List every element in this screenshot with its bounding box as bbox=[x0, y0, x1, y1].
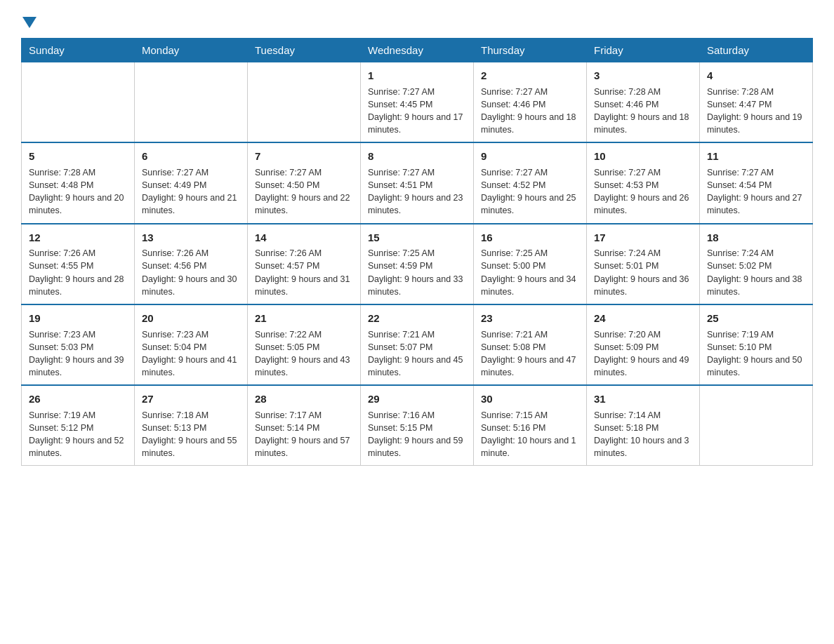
day-number: 23 bbox=[481, 311, 579, 326]
day-number: 26 bbox=[29, 391, 127, 407]
calendar-cell: 5Sunrise: 7:28 AM Sunset: 4:48 PM Daylig… bbox=[22, 142, 135, 223]
calendar-cell bbox=[248, 62, 361, 143]
day-info: Sunrise: 7:27 AM Sunset: 4:51 PM Dayligh… bbox=[368, 166, 466, 217]
calendar-cell: 14Sunrise: 7:26 AM Sunset: 4:57 PM Dayli… bbox=[248, 224, 361, 304]
day-number: 9 bbox=[481, 149, 579, 164]
calendar-cell: 29Sunrise: 7:16 AM Sunset: 5:15 PM Dayli… bbox=[361, 385, 474, 466]
day-number: 4 bbox=[707, 68, 805, 83]
day-number: 11 bbox=[707, 149, 805, 164]
day-number: 13 bbox=[142, 230, 240, 246]
calendar-cell: 24Sunrise: 7:20 AM Sunset: 5:09 PM Dayli… bbox=[587, 304, 700, 385]
day-info: Sunrise: 7:27 AM Sunset: 4:49 PM Dayligh… bbox=[142, 166, 240, 217]
calendar-cell: 30Sunrise: 7:15 AM Sunset: 5:16 PM Dayli… bbox=[474, 385, 587, 466]
day-info: Sunrise: 7:24 AM Sunset: 5:01 PM Dayligh… bbox=[594, 247, 692, 298]
calendar-cell: 27Sunrise: 7:18 AM Sunset: 5:13 PM Dayli… bbox=[135, 385, 248, 466]
day-number: 29 bbox=[368, 391, 466, 407]
day-number: 12 bbox=[29, 230, 127, 246]
day-info: Sunrise: 7:25 AM Sunset: 4:59 PM Dayligh… bbox=[368, 247, 466, 298]
calendar-cell: 21Sunrise: 7:22 AM Sunset: 5:05 PM Dayli… bbox=[248, 304, 361, 385]
day-info: Sunrise: 7:19 AM Sunset: 5:10 PM Dayligh… bbox=[707, 328, 805, 380]
calendar-cell: 28Sunrise: 7:17 AM Sunset: 5:14 PM Dayli… bbox=[248, 385, 361, 466]
day-number: 28 bbox=[255, 391, 353, 407]
day-info: Sunrise: 7:24 AM Sunset: 5:02 PM Dayligh… bbox=[707, 247, 805, 298]
day-number: 7 bbox=[255, 149, 353, 164]
day-info: Sunrise: 7:19 AM Sunset: 5:12 PM Dayligh… bbox=[29, 409, 127, 460]
calendar-cell: 31Sunrise: 7:14 AM Sunset: 5:18 PM Dayli… bbox=[587, 385, 700, 466]
day-info: Sunrise: 7:27 AM Sunset: 4:50 PM Dayligh… bbox=[255, 166, 353, 217]
day-number: 3 bbox=[594, 68, 692, 83]
week-row-5: 26Sunrise: 7:19 AM Sunset: 5:12 PM Dayli… bbox=[22, 385, 813, 466]
day-number: 16 bbox=[481, 230, 579, 246]
calendar-cell: 15Sunrise: 7:25 AM Sunset: 4:59 PM Dayli… bbox=[361, 224, 474, 304]
days-header-row: SundayMondayTuesdayWednesdayThursdayFrid… bbox=[22, 39, 813, 62]
calendar-cell: 17Sunrise: 7:24 AM Sunset: 5:01 PM Dayli… bbox=[587, 224, 700, 304]
day-number: 19 bbox=[29, 311, 127, 326]
day-header-friday: Friday bbox=[587, 39, 700, 62]
day-info: Sunrise: 7:26 AM Sunset: 4:57 PM Dayligh… bbox=[255, 247, 353, 298]
calendar-cell: 3Sunrise: 7:28 AM Sunset: 4:46 PM Daylig… bbox=[587, 62, 700, 143]
calendar-cell: 23Sunrise: 7:21 AM Sunset: 5:08 PM Dayli… bbox=[474, 304, 587, 385]
day-info: Sunrise: 7:28 AM Sunset: 4:48 PM Dayligh… bbox=[29, 166, 127, 217]
day-info: Sunrise: 7:27 AM Sunset: 4:54 PM Dayligh… bbox=[707, 166, 805, 217]
calendar-cell: 19Sunrise: 7:23 AM Sunset: 5:03 PM Dayli… bbox=[22, 304, 135, 385]
day-number: 22 bbox=[368, 311, 466, 326]
calendar-cell: 4Sunrise: 7:28 AM Sunset: 4:47 PM Daylig… bbox=[700, 62, 813, 143]
day-info: Sunrise: 7:27 AM Sunset: 4:45 PM Dayligh… bbox=[368, 86, 466, 137]
calendar-cell: 16Sunrise: 7:25 AM Sunset: 5:00 PM Dayli… bbox=[474, 224, 587, 304]
calendar-cell: 2Sunrise: 7:27 AM Sunset: 4:46 PM Daylig… bbox=[474, 62, 587, 143]
calendar-cell bbox=[135, 62, 248, 143]
calendar-cell: 25Sunrise: 7:19 AM Sunset: 5:10 PM Dayli… bbox=[700, 304, 813, 385]
day-info: Sunrise: 7:25 AM Sunset: 5:00 PM Dayligh… bbox=[481, 247, 579, 298]
day-info: Sunrise: 7:28 AM Sunset: 4:47 PM Dayligh… bbox=[707, 86, 805, 137]
calendar-cell: 20Sunrise: 7:23 AM Sunset: 5:04 PM Dayli… bbox=[135, 304, 248, 385]
day-info: Sunrise: 7:20 AM Sunset: 5:09 PM Dayligh… bbox=[594, 328, 692, 380]
day-info: Sunrise: 7:21 AM Sunset: 5:08 PM Dayligh… bbox=[481, 328, 579, 380]
day-number: 14 bbox=[255, 230, 353, 246]
day-info: Sunrise: 7:26 AM Sunset: 4:56 PM Dayligh… bbox=[142, 247, 240, 298]
week-row-4: 19Sunrise: 7:23 AM Sunset: 5:03 PM Dayli… bbox=[22, 304, 813, 385]
page-header bbox=[21, 14, 813, 25]
day-info: Sunrise: 7:21 AM Sunset: 5:07 PM Dayligh… bbox=[368, 328, 466, 380]
calendar-table: SundayMondayTuesdayWednesdayThursdayFrid… bbox=[21, 38, 813, 466]
day-info: Sunrise: 7:22 AM Sunset: 5:05 PM Dayligh… bbox=[255, 328, 353, 380]
day-number: 31 bbox=[594, 391, 692, 407]
day-info: Sunrise: 7:14 AM Sunset: 5:18 PM Dayligh… bbox=[594, 409, 692, 460]
week-row-1: 1Sunrise: 7:27 AM Sunset: 4:45 PM Daylig… bbox=[22, 62, 813, 143]
day-number: 10 bbox=[594, 149, 692, 164]
day-header-saturday: Saturday bbox=[700, 39, 813, 62]
day-header-tuesday: Tuesday bbox=[248, 39, 361, 62]
day-header-thursday: Thursday bbox=[474, 39, 587, 62]
logo bbox=[21, 14, 37, 25]
day-number: 21 bbox=[255, 311, 353, 326]
day-number: 25 bbox=[707, 311, 805, 326]
day-header-sunday: Sunday bbox=[22, 39, 135, 62]
day-number: 24 bbox=[594, 311, 692, 326]
day-info: Sunrise: 7:27 AM Sunset: 4:46 PM Dayligh… bbox=[481, 86, 579, 137]
day-info: Sunrise: 7:27 AM Sunset: 4:52 PM Dayligh… bbox=[481, 166, 579, 217]
day-info: Sunrise: 7:16 AM Sunset: 5:15 PM Dayligh… bbox=[368, 409, 466, 460]
day-number: 15 bbox=[368, 230, 466, 246]
day-info: Sunrise: 7:17 AM Sunset: 5:14 PM Dayligh… bbox=[255, 409, 353, 460]
calendar-cell: 26Sunrise: 7:19 AM Sunset: 5:12 PM Dayli… bbox=[22, 385, 135, 466]
day-number: 30 bbox=[481, 391, 579, 407]
calendar-cell: 10Sunrise: 7:27 AM Sunset: 4:53 PM Dayli… bbox=[587, 142, 700, 223]
day-info: Sunrise: 7:26 AM Sunset: 4:55 PM Dayligh… bbox=[29, 247, 127, 298]
day-number: 17 bbox=[594, 230, 692, 246]
calendar-cell: 9Sunrise: 7:27 AM Sunset: 4:52 PM Daylig… bbox=[474, 142, 587, 223]
day-number: 20 bbox=[142, 311, 240, 326]
day-number: 5 bbox=[29, 149, 127, 164]
calendar-cell: 18Sunrise: 7:24 AM Sunset: 5:02 PM Dayli… bbox=[700, 224, 813, 304]
calendar-cell bbox=[700, 385, 813, 466]
day-header-monday: Monday bbox=[135, 39, 248, 62]
day-info: Sunrise: 7:27 AM Sunset: 4:53 PM Dayligh… bbox=[594, 166, 692, 217]
day-header-wednesday: Wednesday bbox=[361, 39, 474, 62]
day-info: Sunrise: 7:23 AM Sunset: 5:03 PM Dayligh… bbox=[29, 328, 127, 380]
week-row-3: 12Sunrise: 7:26 AM Sunset: 4:55 PM Dayli… bbox=[22, 224, 813, 304]
calendar-cell: 7Sunrise: 7:27 AM Sunset: 4:50 PM Daylig… bbox=[248, 142, 361, 223]
day-number: 18 bbox=[707, 230, 805, 246]
day-number: 1 bbox=[368, 68, 466, 83]
week-row-2: 5Sunrise: 7:28 AM Sunset: 4:48 PM Daylig… bbox=[22, 142, 813, 223]
calendar-cell: 22Sunrise: 7:21 AM Sunset: 5:07 PM Dayli… bbox=[361, 304, 474, 385]
day-info: Sunrise: 7:28 AM Sunset: 4:46 PM Dayligh… bbox=[594, 86, 692, 137]
calendar-cell: 13Sunrise: 7:26 AM Sunset: 4:56 PM Dayli… bbox=[135, 224, 248, 304]
